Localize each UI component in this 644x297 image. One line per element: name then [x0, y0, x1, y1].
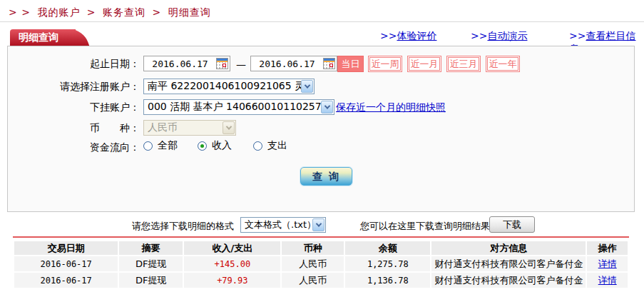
download-button[interactable]: 下载: [489, 216, 535, 233]
header-currency: 币种: [282, 241, 344, 255]
download-format-label: 请您选择下载明细的格式: [132, 220, 234, 233]
header-income-expense: 收入/支出: [184, 241, 280, 255]
table-top-divider: [13, 236, 629, 238]
detail-query-page: > > 我的账户 > 账务查询 > 明细查询 明细查询 >>体验评价 >>自动演…: [0, 0, 644, 297]
chevron-down-icon[interactable]: [301, 80, 313, 93]
link-prefix: >>: [471, 30, 487, 41]
breadcrumb-prefix: > >: [9, 6, 31, 18]
link-prefix: >>: [569, 30, 586, 41]
chevron-down-icon: [223, 121, 235, 134]
radio-label: 收入: [212, 139, 232, 152]
radio-option-income[interactable]: 收入: [198, 139, 232, 152]
fund-flow-label: 资金流向：: [8, 141, 140, 154]
detail-link[interactable]: 详情: [598, 275, 617, 286]
header-summary: 摘要: [119, 241, 183, 255]
header-counterparty: 对方信息: [431, 241, 586, 255]
transaction-table: 交易日期 摘要 收入/支出 币种 余额 对方信息 操作 2016-06-17 D…: [13, 240, 629, 289]
calendar-icon[interactable]: [323, 58, 335, 69]
range-button-last-year[interactable]: 近一年: [486, 56, 520, 72]
breadcrumb-item-detail-query[interactable]: 明细查询: [168, 6, 211, 18]
cell-currency: 人民币: [282, 256, 344, 271]
radio-checked-icon[interactable]: [198, 141, 207, 151]
table-header-row: 交易日期 摘要 收入/支出 币种 余额 对方信息 操作: [14, 241, 628, 255]
sub-account-label: 下挂账户：: [8, 101, 140, 114]
register-account-label: 请选择注册账户：: [8, 81, 140, 94]
breadcrumb-separator: >: [152, 6, 161, 18]
cell-counterparty: 财付通支付科技有限公司客户备付金: [431, 256, 586, 271]
date-separator: —: [236, 59, 246, 70]
link-label: 体验评价: [397, 30, 436, 41]
calendar-icon[interactable]: [216, 58, 228, 69]
breadcrumb-item-my-account[interactable]: 我的账户: [37, 6, 80, 18]
sub-account-select[interactable]: 000 活期 基本户 1406600101102571848: [143, 99, 334, 115]
detail-link[interactable]: 详情: [598, 258, 617, 269]
download-format-select[interactable]: 文本格式（.txt）: [240, 217, 326, 233]
cell-balance: 1,275.78: [345, 256, 430, 271]
cell-counterparty: 财付通支付科技有限公司客户备付金: [431, 273, 586, 288]
cell-currency: 人民币: [282, 273, 344, 288]
download-format-value: 文本格式（.txt）: [241, 218, 312, 231]
link-label: 自动演示: [487, 30, 527, 41]
date-from-input[interactable]: 2016.06.17: [143, 56, 230, 71]
range-button-last-month[interactable]: 近一月: [407, 56, 441, 72]
link-experience-rating[interactable]: >>体验评价: [380, 30, 436, 43]
chevron-down-icon[interactable]: [312, 218, 324, 231]
query-form-panel: 起止日期： 2016.06.17 — 2016.06.17 当日 近一周 近一月…: [7, 46, 635, 212]
date-to-value: 2016.06.17: [251, 59, 323, 69]
chevron-down-icon[interactable]: [321, 101, 333, 114]
radio-label: 全部: [158, 139, 178, 152]
cell-amount: +79.93: [184, 273, 280, 288]
breadcrumb-separator: >: [87, 6, 96, 18]
query-button[interactable]: 查 询: [300, 167, 352, 186]
date-range-label: 起止日期：: [8, 58, 140, 71]
breadcrumb: > > 我的账户 > 账务查询 > 明细查询: [9, 6, 214, 19]
radio-option-expense[interactable]: 支出: [253, 139, 287, 152]
radio-icon[interactable]: [253, 141, 262, 151]
register-account-value: 南平 6222001406100921065 灵通卡: [144, 80, 301, 93]
header-trade-date: 交易日期: [14, 241, 118, 255]
range-button-last-week[interactable]: 近一周: [368, 56, 402, 72]
header-balance: 余额: [345, 241, 430, 255]
table-row: 2016-06-17 DF提现 +145.00 人民币 1,275.78 财付通…: [14, 256, 628, 271]
header-action: 操作: [587, 241, 628, 255]
currency-label: 币 种：: [8, 122, 140, 135]
divider: [0, 21, 644, 22]
radio-icon[interactable]: [143, 141, 153, 151]
range-button-last-3-months[interactable]: 近三月: [446, 56, 481, 72]
download-hint-text: 您可以在这里下载查询明细结果: [360, 220, 490, 233]
tab-detail-query[interactable]: 明细查询: [10, 29, 76, 46]
range-button-today[interactable]: 当日: [337, 56, 364, 72]
currency-value: 人民币: [144, 121, 178, 134]
link-auto-demo[interactable]: >>自动演示: [471, 30, 527, 43]
save-snapshot-link[interactable]: 保存近一个月的明细快照: [336, 101, 446, 114]
table-row: 2016-06-17 DF提现 +79.93 人民币 1,136.78 财付通支…: [14, 273, 628, 288]
cell-date: 2016-06-17: [14, 256, 118, 271]
sub-account-value: 000 活期 基本户 1406600101102571848: [144, 101, 321, 114]
currency-select: 人民币: [143, 120, 236, 136]
cell-amount: +145.00: [184, 256, 280, 271]
date-to-input[interactable]: 2016.06.17: [250, 56, 337, 71]
register-account-select[interactable]: 南平 6222001406100921065 灵通卡: [143, 79, 315, 94]
cell-summary: DF提现: [119, 273, 183, 288]
radio-option-all[interactable]: 全部: [143, 139, 178, 152]
cell-balance: 1,136.78: [345, 273, 430, 288]
date-from-value: 2016.06.17: [144, 59, 216, 69]
link-prefix: >>: [380, 30, 397, 41]
breadcrumb-item-account-query[interactable]: 账务查询: [103, 6, 145, 18]
fund-flow-radio-group: 全部 收入 支出: [143, 139, 287, 152]
radio-label: 支出: [267, 139, 287, 152]
cell-summary: DF提现: [119, 256, 183, 271]
cell-date: 2016-06-17: [14, 273, 118, 288]
